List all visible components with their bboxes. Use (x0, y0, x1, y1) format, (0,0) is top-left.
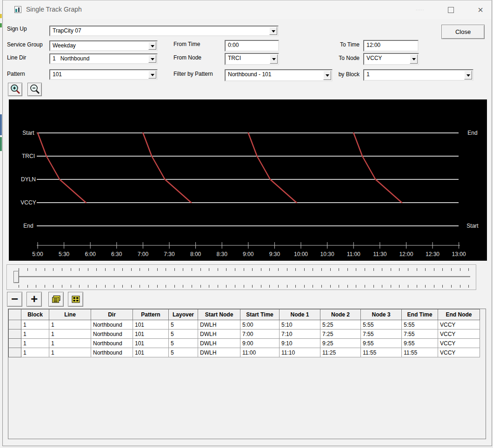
chevron-down-icon[interactable] (410, 54, 418, 64)
cell-node-3[interactable]: 7:55 (361, 329, 402, 339)
to-time-input[interactable]: 12:00 (363, 40, 419, 52)
slider-thumb[interactable] (13, 271, 19, 283)
train-graph[interactable]: StartTRCIDYLNVCCYEndEndStart5:005:306:00… (9, 99, 487, 261)
col-header-end-time[interactable]: End Time (402, 310, 438, 320)
slider-tick (408, 285, 408, 288)
cell-end-node[interactable]: VCCY (438, 320, 480, 329)
cell-start-node[interactable]: DWLH (198, 339, 240, 348)
cell-start-time[interactable]: 9:00 (240, 339, 280, 348)
cell-end-node[interactable]: VCCY (438, 329, 480, 339)
col-header-line[interactable]: Line (49, 310, 91, 320)
cell-layover[interactable]: 5 (169, 339, 198, 348)
cell-pattern[interactable]: 101 (133, 320, 169, 329)
grid-view-button[interactable] (68, 292, 83, 307)
close-button[interactable]: Close (441, 25, 485, 39)
zoom-out-button[interactable] (27, 83, 42, 96)
col-header-layover[interactable]: Layover (169, 310, 198, 320)
row-selector[interactable] (9, 329, 21, 339)
cell-node-2[interactable]: 5:25 (320, 320, 361, 329)
cell-start-time[interactable]: 11:00 (240, 348, 280, 357)
slider-tick (36, 268, 36, 271)
cell-pattern[interactable]: 101 (133, 329, 169, 339)
col-header-node-3[interactable]: Node 3 (361, 310, 402, 320)
pattern-combo[interactable]: 101 (49, 69, 158, 80)
cell-block[interactable]: 1 (21, 320, 49, 329)
cell-block[interactable]: 1 (21, 348, 49, 357)
col-header-pattern[interactable]: Pattern (133, 310, 169, 320)
cell-end-time[interactable]: 11:55 (402, 348, 438, 357)
chevron-down-icon[interactable] (270, 54, 278, 64)
cell-line[interactable]: 1 (49, 329, 91, 339)
cell-layover[interactable]: 5 (169, 320, 198, 329)
close-icon[interactable]: × (473, 3, 488, 16)
chevron-down-icon[interactable] (148, 42, 156, 50)
from-node-combo[interactable]: TRCI (225, 53, 279, 65)
station-label-left-dyln: DYLN (21, 176, 36, 183)
cell-block[interactable]: 1 (21, 339, 49, 348)
chevron-down-icon[interactable] (269, 27, 277, 35)
filter-by-pattern-combo[interactable]: Northbound - 101 (225, 69, 333, 81)
cell-dir[interactable]: Northbound (91, 320, 133, 329)
card-view-button[interactable] (48, 292, 64, 307)
cell-node-2[interactable]: 11:25 (320, 348, 361, 357)
cell-node-1[interactable]: 11:10 (280, 348, 320, 357)
row-selector[interactable] (9, 348, 21, 357)
to-node-combo[interactable]: VCCY (363, 53, 419, 65)
cell-end-node[interactable]: VCCY (438, 339, 480, 348)
col-header-node-1[interactable]: Node 1 (280, 310, 320, 320)
chevron-down-icon[interactable] (148, 55, 156, 63)
line-dir-combo[interactable]: 1 Northbound (49, 53, 158, 64)
cell-node-3[interactable]: 5:55 (361, 320, 402, 329)
cell-line[interactable]: 1 (49, 320, 91, 329)
remove-trip-button[interactable]: − (7, 292, 22, 307)
cell-end-time[interactable]: 7:55 (402, 329, 438, 339)
cell-dir[interactable]: Northbound (91, 348, 133, 357)
cell-end-time[interactable]: 5:55 (402, 320, 438, 329)
col-header-block[interactable]: Block (21, 310, 49, 320)
cell-start-time[interactable]: 5:00 (240, 320, 280, 329)
cell-line[interactable]: 1 (49, 339, 91, 348)
service-group-combo[interactable]: Weekday (49, 40, 158, 51)
chevron-down-icon[interactable] (323, 71, 331, 80)
maximize-icon[interactable] (443, 3, 459, 16)
cell-start-node[interactable]: DWLH (198, 329, 240, 339)
col-header-start-time[interactable]: Start Time (240, 310, 280, 320)
cell-pattern[interactable]: 101 (133, 348, 169, 357)
cell-start-time[interactable]: 7:00 (240, 329, 280, 339)
row-selector[interactable] (9, 339, 21, 348)
slider-track[interactable] (18, 276, 470, 278)
by-block-combo[interactable]: 1 (363, 69, 473, 81)
cell-dir[interactable]: Northbound (91, 339, 133, 348)
cell-node-1[interactable]: 5:10 (280, 320, 320, 329)
cell-node-1[interactable]: 7:10 (280, 329, 320, 339)
chevron-down-icon[interactable] (148, 71, 156, 79)
cell-node-2[interactable]: 7:25 (320, 329, 361, 339)
cell-node-3[interactable]: 11:55 (361, 348, 402, 357)
row-selector[interactable] (9, 320, 21, 329)
col-header-end-node[interactable]: End Node (438, 310, 480, 320)
cell-dir[interactable]: Northbound (91, 329, 133, 339)
from-time-input[interactable]: 0:00 (225, 40, 279, 52)
cell-end-time[interactable]: 9:55 (402, 339, 438, 348)
cell-start-node[interactable]: DWLH (198, 348, 240, 357)
cell-block[interactable]: 1 (21, 329, 49, 339)
col-header-dir[interactable]: Dir (91, 310, 133, 320)
sign-up-combo[interactable]: TrapCity 07 (49, 26, 279, 36)
cell-node-2[interactable]: 9:25 (320, 339, 361, 348)
cell-pattern[interactable]: 101 (133, 339, 169, 348)
cell-start-node[interactable]: DWLH (198, 320, 240, 329)
minimize-icon[interactable]: ····· (412, 3, 428, 16)
add-trip-button[interactable]: + (27, 292, 42, 307)
chevron-down-icon[interactable] (464, 71, 472, 79)
line-dir-value: 1 Northbound (53, 55, 89, 62)
cell-layover[interactable]: 5 (169, 348, 198, 357)
cell-layover[interactable]: 5 (169, 329, 198, 339)
cell-line[interactable]: 1 (49, 348, 91, 357)
cell-end-node[interactable]: VCCY (438, 348, 480, 357)
zoom-in-button[interactable] (8, 83, 22, 96)
titlebar[interactable]: Single Track Graph ····· × (3, 0, 492, 19)
col-header-node-2[interactable]: Node 2 (320, 310, 361, 320)
cell-node-1[interactable]: 9:10 (280, 339, 320, 348)
col-header-start-node[interactable]: Start Node (198, 310, 240, 320)
cell-node-3[interactable]: 9:55 (361, 339, 402, 348)
